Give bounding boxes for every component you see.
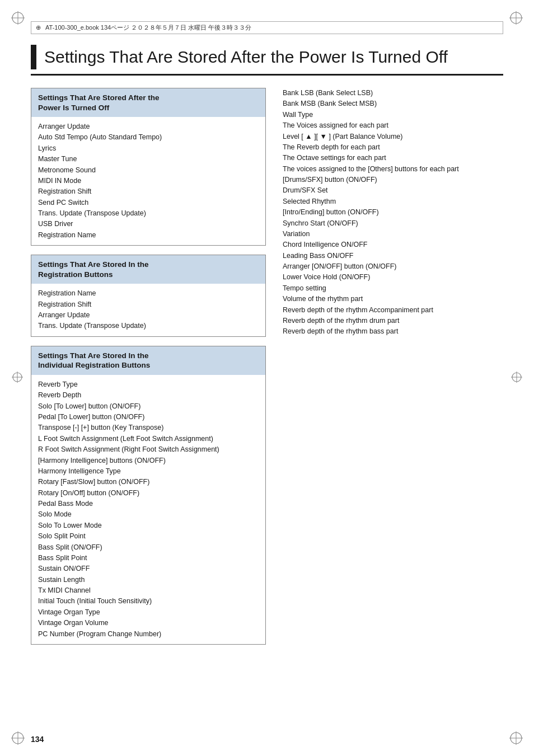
- right-item-18: Tempo setting: [283, 283, 503, 294]
- section-individual-registration-content: Reverb Type Reverb Depth Solo [To Lower]…: [31, 375, 265, 644]
- section2-item-0: Registration Name: [38, 288, 259, 299]
- corner-mark-tl: [10, 10, 26, 26]
- right-item-12: Synchro Start (ON/OFF): [283, 218, 503, 229]
- right-item-16: Arranger [ON/OFF] button (ON/OFF): [283, 261, 503, 272]
- side-mark-right: [510, 371, 523, 386]
- section3-item-21: Vintage Organ Type: [38, 607, 259, 618]
- right-item-7: The voices assigned to the [Others] butt…: [283, 164, 503, 175]
- section3-item-12: Solo Mode: [38, 509, 259, 520]
- section2-item-3: Trans. Update (Transpose Update): [38, 321, 259, 331]
- page-title-area: Settings That Are Stored After the Power…: [31, 45, 503, 76]
- section3-item-2: Solo [To Lower] button (ON/OFF): [38, 401, 259, 412]
- section3-item-11: Pedal Bass Mode: [38, 499, 259, 509]
- section1-item-6: Registration Shift: [38, 186, 259, 197]
- section3-item-9: Rotary [Fast/Slow] button (ON/OFF): [38, 477, 259, 487]
- two-column-layout: Settings That Are Stored After the Power…: [31, 88, 503, 654]
- section1-item-3: Master Tune: [38, 154, 259, 165]
- file-info-bar: ⊕ AT-100-300_e.book 134ページ ２０２８年５月７日 水曜日…: [31, 21, 503, 34]
- section3-item-6: R Foot Switch Assignment (Right Foot Swi…: [38, 444, 259, 455]
- section3-item-19: Tx MIDI Channel: [38, 585, 259, 596]
- page-title: Settings That Are Stored After the Power…: [44, 47, 448, 67]
- right-item-4: Level [ ▲ ][ ▼ ] (Part Balance Volume): [283, 132, 503, 142]
- section3-item-7: [Harmony Intelligence] buttons (ON/OFF): [38, 456, 259, 466]
- section-registration-buttons-header: Settings That Are Stored In the Registra…: [31, 255, 265, 284]
- section1-item-9: USB Driver: [38, 219, 259, 229]
- section-individual-registration-header: Settings That Are Stored In the Individu…: [31, 346, 265, 375]
- right-item-8: [Drums/SFX] button (ON/OFF): [283, 175, 503, 185]
- page: ⊕ AT-100-300_e.book 134ページ ２０２８年５月７日 水曜日…: [0, 0, 534, 756]
- side-mark-left: [11, 371, 24, 386]
- section3-item-0: Reverb Type: [38, 379, 259, 390]
- left-column: Settings That Are Stored After the Power…: [31, 88, 266, 654]
- right-item-10: Selected Rhythm: [283, 196, 503, 207]
- corner-mark-bl: [10, 730, 26, 746]
- right-item-11: [Intro/Ending] button (ON/OFF): [283, 207, 503, 218]
- title-bar-accent: [31, 45, 36, 69]
- section3-item-3: Pedal [To Lower] button (ON/OFF): [38, 412, 259, 422]
- section1-item-10: Registration Name: [38, 230, 259, 241]
- section-power-off-header: Settings That Are Stored After the Power…: [31, 88, 265, 117]
- section1-item-0: Arranger Update: [38, 121, 259, 132]
- section3-item-4: Transpose [-] [+] button (Key Transpose): [38, 422, 259, 433]
- right-item-21: Reverb depth of the rhythm drum part: [283, 316, 503, 326]
- section2-item-1: Registration Shift: [38, 299, 259, 310]
- right-item-3: The Voices assigned for each part: [283, 120, 503, 131]
- section3-item-23: PC Number (Program Change Number): [38, 629, 259, 640]
- section-registration-buttons-content: Registration Name Registration Shift Arr…: [31, 284, 265, 336]
- right-item-9: Drum/SFX Set: [283, 185, 503, 196]
- section3-item-10: Rotary [On/Off] button (ON/OFF): [38, 488, 259, 499]
- section-individual-registration: Settings That Are Stored In the Individu…: [31, 346, 266, 645]
- section3-item-15: Bass Split (ON/OFF): [38, 542, 259, 553]
- right-item-19: Volume of the rhythm part: [283, 294, 503, 304]
- right-item-14: Chord Intelligence ON/OFF: [283, 240, 503, 250]
- section3-item-17: Sustain ON/OFF: [38, 564, 259, 574]
- section1-item-4: Metronome Sound: [38, 165, 259, 176]
- section-power-off: Settings That Are Stored After the Power…: [31, 88, 266, 246]
- right-item-0: Bank LSB (Bank Select LSB): [283, 88, 503, 98]
- right-column-content: Bank LSB (Bank Select LSB) Bank MSB (Ban…: [283, 88, 503, 337]
- section3-item-14: Solo Split Point: [38, 531, 259, 542]
- section3-item-8: Harmony Intelligence Type: [38, 466, 259, 477]
- corner-mark-tr: [508, 10, 524, 26]
- section1-item-2: Lyrics: [38, 143, 259, 154]
- section3-item-18: Sustain Length: [38, 575, 259, 585]
- section3-item-13: Solo To Lower Mode: [38, 520, 259, 531]
- crosshair-icon: ⊕: [36, 24, 41, 31]
- section1-item-7: Send PC Switch: [38, 198, 259, 208]
- section1-item-1: Auto Std Tempo (Auto Standard Tempo): [38, 132, 259, 143]
- right-item-15: Leading Bass ON/OFF: [283, 251, 503, 261]
- section2-item-2: Arranger Update: [38, 310, 259, 321]
- section3-item-16: Bass Split Point: [38, 553, 259, 564]
- section-registration-buttons: Settings That Are Stored In the Registra…: [31, 255, 266, 337]
- section1-item-5: MIDI IN Mode: [38, 176, 259, 186]
- section3-item-20: Initial Touch (Initial Touch Sensitivity…: [38, 596, 259, 607]
- right-item-6: The Octave settings for each part: [283, 153, 503, 163]
- section3-item-22: Vintage Organ Volume: [38, 618, 259, 628]
- corner-mark-br: [508, 730, 524, 746]
- main-content: Settings That Are Stored After the Power…: [31, 45, 503, 725]
- file-info-text: AT-100-300_e.book 134ページ ２０２８年５月７日 水曜日 午…: [45, 24, 251, 32]
- right-item-22: Reverb depth of the rhythm bass part: [283, 326, 503, 337]
- section-power-off-content: Arranger Update Auto Std Tempo (Auto Sta…: [31, 117, 265, 245]
- page-number: 134: [31, 735, 44, 744]
- right-item-17: Lower Voice Hold (ON/OFF): [283, 272, 503, 283]
- section3-item-1: Reverb Depth: [38, 390, 259, 401]
- section3-item-5: L Foot Switch Assignment (Left Foot Swit…: [38, 434, 259, 444]
- right-item-1: Bank MSB (Bank Select MSB): [283, 98, 503, 109]
- section1-item-8: Trans. Update (Transpose Update): [38, 208, 259, 219]
- right-item-13: Variation: [283, 229, 503, 240]
- right-column: Bank LSB (Bank Select LSB) Bank MSB (Ban…: [283, 88, 503, 654]
- right-item-5: The Reverb depth for each part: [283, 142, 503, 153]
- right-item-20: Reverb depth of the rhythm Accompaniment…: [283, 305, 503, 316]
- right-item-2: Wall Type: [283, 110, 503, 120]
